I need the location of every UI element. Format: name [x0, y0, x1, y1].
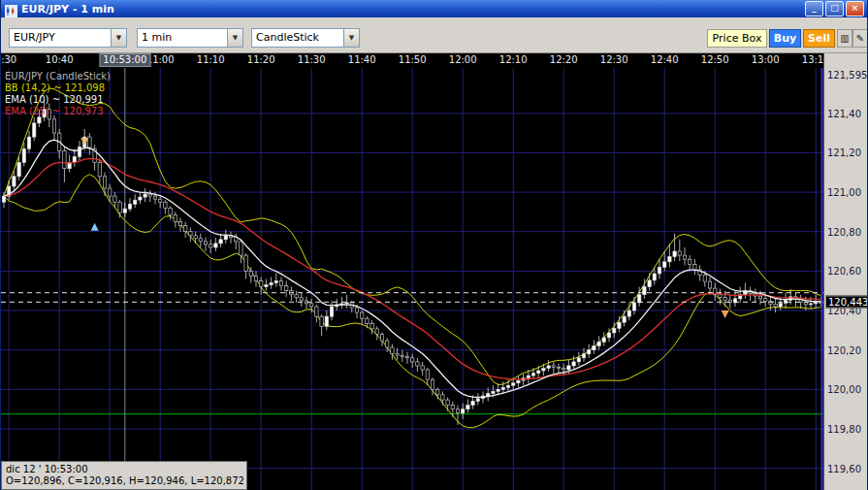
interval-select[interactable]: 1 min ▼: [137, 28, 243, 48]
candlestick-chart[interactable]: [1, 68, 823, 490]
candle-body: [265, 285, 268, 287]
price-box-button[interactable]: Price Box: [707, 29, 767, 48]
candle-body: [139, 197, 142, 200]
chart-plot[interactable]: EUR/JPY (CandleStick) BB (14,2) ~ 121,09…: [1, 68, 823, 490]
title-bar[interactable]: EUR/JPY - 1 min _ □ ×: [1, 0, 867, 17]
candle-body: [542, 369, 545, 371]
buy-button[interactable]: Buy: [769, 29, 801, 48]
status-datetime: dic 12 ' 10:53:00: [6, 464, 242, 475]
candle-body: [815, 303, 818, 304]
candle-body: [2, 196, 5, 202]
time-label: 12:30: [600, 54, 628, 66]
chart-style-icon[interactable]: ▥: [837, 29, 852, 48]
candle-body: [512, 383, 515, 385]
symbol-select[interactable]: EUR/JPY ▼: [9, 28, 127, 48]
candle-body: [345, 303, 348, 304]
candle-body: [593, 346, 595, 350]
price-label: 121,00: [827, 187, 861, 198]
chart-window: EUR/JPY - 1 min _ □ × EUR/JPY ▼ 1 min ▼ …: [0, 0, 868, 490]
time-label: 13:00: [752, 54, 780, 66]
time-label: 10:40: [46, 54, 74, 66]
candle-body: [708, 281, 711, 288]
candle-body: [249, 271, 252, 276]
candle-body: [315, 307, 318, 316]
time-label: 11:30: [298, 54, 326, 66]
candle-body: [194, 236, 197, 239]
candle-body: [572, 362, 575, 366]
maximize-button[interactable]: □: [825, 1, 844, 16]
candle-body: [27, 137, 30, 148]
candle-body: [370, 324, 373, 329]
time-axis[interactable]: :3010:4010:53:0011:0011:1011:2011:3011:4…: [1, 53, 823, 68]
candle-body: [436, 389, 439, 395]
candle-body: [153, 196, 156, 199]
candle-body: [174, 214, 177, 221]
candle-body: [537, 371, 540, 374]
time-label: 11:40: [348, 54, 376, 66]
candle-body: [113, 196, 116, 202]
candle-body: [134, 200, 137, 204]
candle-body: [118, 202, 121, 212]
candle-body: [632, 303, 635, 310]
candle-body: [582, 354, 585, 358]
sell-button[interactable]: Sell: [803, 29, 835, 48]
candle-body: [567, 366, 570, 370]
candle-body: [274, 281, 277, 283]
time-label: 12:40: [651, 54, 679, 66]
candle-body: [386, 341, 389, 347]
chart-type-select[interactable]: CandleStick ▼: [251, 28, 360, 48]
candle-body: [17, 163, 20, 177]
interval-select-value: 1 min: [138, 29, 227, 47]
price-label: 120,20: [827, 344, 861, 355]
candle-body: [224, 236, 227, 240]
candle-body: [497, 389, 499, 391]
candle-body: [663, 262, 666, 268]
candle-body: [78, 147, 80, 156]
chevron-down-icon[interactable]: ▼: [111, 29, 126, 47]
candle-body: [577, 358, 580, 362]
candle-body: [164, 202, 167, 208]
candle-body: [38, 117, 41, 123]
candle-body: [668, 257, 671, 262]
candle-body: [673, 251, 676, 257]
chevron-down-icon[interactable]: ▼: [343, 29, 359, 47]
candle-body: [199, 239, 202, 242]
candle-body: [446, 400, 449, 406]
draw-pencil-icon[interactable]: ✎: [852, 29, 868, 48]
price-label: 119,80: [827, 423, 861, 434]
candle-body: [466, 406, 469, 409]
price-label: 120,60: [827, 266, 861, 277]
price-axis[interactable]: 121,595121,40121,20121,00120,80120,60120…: [823, 68, 868, 490]
candle-body: [361, 312, 364, 318]
candle-body: [366, 318, 369, 324]
candle-body: [260, 281, 263, 287]
candle-body: [683, 255, 686, 259]
candle-body: [401, 355, 403, 356]
buy-signal-icon: [91, 223, 99, 231]
chevron-down-icon[interactable]: ▼: [227, 29, 242, 47]
price-label: 120,00: [827, 384, 861, 395]
minimize-button[interactable]: _: [805, 1, 823, 16]
time-label: 12:00: [449, 54, 477, 66]
candle-body: [618, 322, 621, 328]
close-button[interactable]: ×: [846, 1, 864, 16]
candle-body: [689, 259, 691, 265]
candle-body: [638, 295, 641, 303]
candle-body: [310, 304, 313, 307]
symbol-select-value: EUR/JPY: [10, 29, 111, 47]
candle-body: [597, 343, 600, 346]
time-label: 11:10: [197, 54, 225, 66]
candle-body: [416, 362, 419, 366]
candle-body: [330, 307, 333, 316]
candle-body: [588, 350, 591, 354]
candle-body: [658, 267, 660, 274]
candle-body: [244, 255, 247, 271]
candle-body: [13, 177, 16, 186]
candle-body: [396, 354, 399, 355]
candle-body: [552, 366, 555, 367]
candle-body: [431, 379, 434, 389]
candle-body: [254, 277, 257, 281]
candle-body: [723, 297, 726, 300]
candle-body: [607, 333, 610, 338]
price-label: 121,40: [827, 108, 861, 118]
